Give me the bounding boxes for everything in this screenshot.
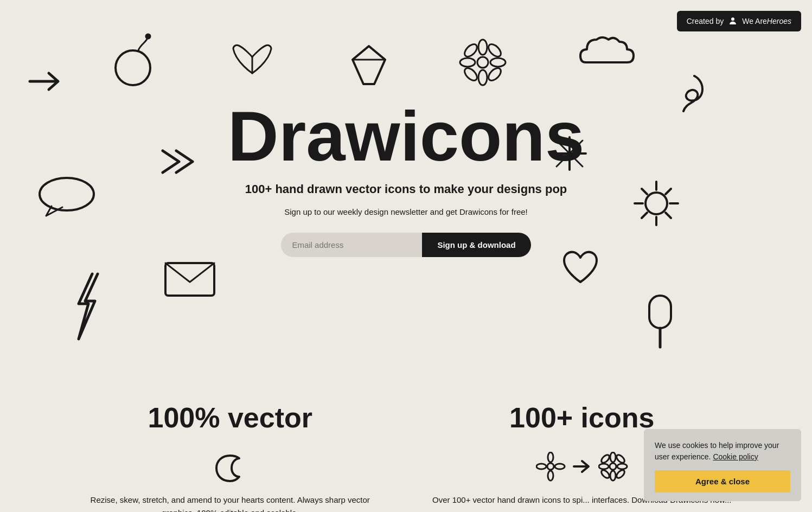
svg-point-2 [146,34,150,39]
feature-vector-icons [76,445,385,488]
svg-point-41 [600,453,611,464]
svg-point-35 [555,464,565,469]
signup-form: Sign up & download [281,233,530,257]
feature-vector-desc: Rezise, skew, stretch, and amend to your… [76,494,385,512]
speech-bubble-icon [35,174,100,219]
svg-point-11 [486,42,503,59]
svg-point-42 [615,453,626,464]
cookie-text: We use cookies to help improve your user… [655,440,790,463]
moon-icon [211,447,249,485]
bomb-icon [108,30,157,92]
svg-rect-29 [649,296,671,328]
svg-point-0 [731,17,734,21]
book-icon [225,38,279,84]
created-by-badge: Created by We AreHeroes [677,11,801,31]
svg-line-20 [642,189,647,194]
hero-description: Sign up to our weekly design newsletter … [284,207,528,216]
badge-created-by-text: Created by [687,17,724,25]
envelope-icon [160,255,220,303]
small-flower2-icon [598,452,628,482]
svg-point-43 [600,469,611,479]
svg-point-10 [462,42,479,59]
cookie-banner: We use cookies to help improve your user… [644,429,801,501]
swirl-icon [678,71,711,121]
svg-point-39 [599,464,609,469]
svg-line-21 [666,213,671,218]
svg-point-33 [548,471,553,481]
svg-point-14 [40,178,94,210]
svg-line-22 [666,189,671,194]
double-chevron-icon [157,145,206,180]
popsicle-icon [643,290,678,352]
svg-point-7 [478,70,487,85]
flower-icon [456,35,510,92]
svg-point-5 [477,57,488,68]
hero-section: Drawicons 100+ hand drawn vector icons t… [0,0,812,369]
badge-company-text: We AreHeroes [742,17,791,25]
feature-vector-title: 100% vector [76,401,385,434]
hero-subtitle: 100+ hand drawn vector icons to make you… [245,182,567,196]
svg-point-6 [478,40,487,55]
svg-point-1 [116,50,150,85]
svg-point-34 [536,464,546,469]
svg-point-9 [490,58,506,67]
cloud-icon [575,30,645,75]
diamond-icon [344,41,393,92]
svg-point-15 [645,193,667,214]
svg-point-36 [610,463,616,470]
arrow-right-icon [24,65,68,100]
feature-vector: 100% vector Rezise, skew, stretch, and a… [54,401,406,512]
svg-rect-28 [165,263,214,296]
email-input[interactable] [281,233,422,257]
starburst-icon [632,179,681,230]
cookie-policy-link[interactable]: Cookie policy [713,452,758,461]
svg-point-40 [617,464,627,469]
heart-icon [559,247,602,292]
page-title: Drawicons [228,101,584,171]
signup-button[interactable]: Sign up & download [422,233,530,257]
svg-line-23 [642,213,647,218]
svg-point-38 [610,471,616,481]
lightning-icon [68,271,103,344]
svg-point-12 [462,66,479,82]
cookie-agree-button[interactable]: Agree & close [655,470,790,492]
arrow-small-icon [571,456,593,477]
svg-point-31 [547,463,554,470]
svg-point-32 [548,452,553,462]
svg-point-8 [460,58,475,67]
svg-point-37 [610,452,616,462]
svg-marker-3 [353,46,385,84]
svg-point-13 [486,66,503,82]
small-flower1-icon [536,452,566,482]
person-icon [728,16,738,26]
svg-point-44 [615,469,626,479]
